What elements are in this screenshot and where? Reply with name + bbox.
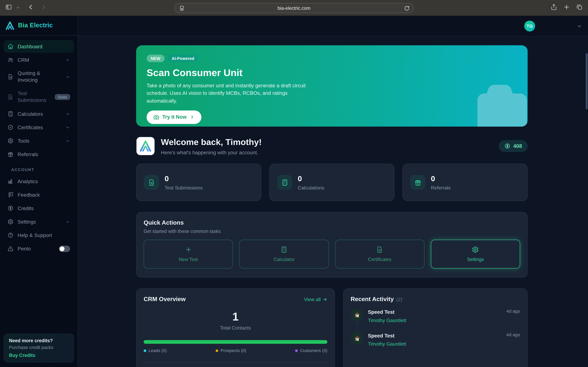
cta-label: Try It Now — [162, 114, 187, 120]
sidebar-item-feedback[interactable]: Feedback — [4, 188, 74, 201]
help-circle-icon — [8, 232, 13, 238]
activity-title: Speed Test — [368, 309, 406, 315]
chevron-down-icon — [65, 138, 70, 143]
sidebar-item-credits[interactable]: Credits — [4, 202, 74, 215]
stat-card-test-submissions: 0 Test Submissions — [136, 164, 261, 201]
share-icon[interactable] — [551, 4, 557, 12]
recent-activity-count: (2) — [397, 297, 402, 302]
stat-label: Test Submissions — [164, 185, 203, 191]
credits-balance-badge[interactable]: 408 — [499, 140, 527, 152]
action-label: Certificates — [368, 257, 391, 262]
sidebar-toggle-icon[interactable] — [5, 4, 12, 12]
users-icon — [8, 57, 13, 63]
sidebar-item-label: Dashboard — [17, 44, 43, 49]
chevron-right-icon — [190, 115, 194, 120]
legend-prospects: Prospects (0) — [216, 348, 246, 353]
action-label: Settings — [467, 257, 484, 262]
calculator-icon — [281, 246, 288, 253]
toolbar-chevron-down-icon[interactable] — [16, 4, 20, 11]
stat-value: 0 — [431, 174, 451, 183]
sidebar-item-help-support[interactable]: Help & Support — [4, 229, 74, 242]
gear-icon — [8, 219, 13, 225]
chevron-down-icon — [65, 125, 70, 130]
sidebar-item-label: Analytics — [17, 178, 38, 184]
page-preview-icon[interactable] — [179, 5, 185, 12]
crm-overview-card: CRM Overview View all 1 Total Contacts — [136, 288, 335, 367]
sidebar-item-calculators[interactable]: Calculators — [4, 108, 74, 120]
recent-activity-title: Recent Activity — [351, 296, 394, 303]
sidebar-item-label: Test Submissions — [17, 90, 48, 104]
company-logo-icon — [139, 140, 152, 152]
pento-toggle[interactable] — [59, 245, 70, 252]
sidebar-item-test-submissions[interactable]: Test Submissions Soon — [4, 87, 74, 107]
calculator-icon — [277, 175, 292, 190]
credits-upsell-title: Need more credits? — [9, 338, 69, 343]
main-header: TG — [78, 16, 588, 36]
crm-overview-title: CRM Overview — [144, 296, 186, 303]
buy-credits-link[interactable]: Buy Credits — [9, 353, 69, 358]
sidebar-item-label: Feedback — [17, 192, 40, 198]
sidebar-item-tools[interactable]: Tools — [4, 134, 74, 147]
tabs-icon[interactable] — [576, 4, 583, 12]
sidebar-item-label: Calculators — [17, 111, 43, 117]
sidebar-item-crm[interactable]: CRM — [4, 53, 74, 66]
activity-item: Speed Test Timothy Gauntlett 4d ago — [351, 309, 520, 323]
calculator-button[interactable]: Calculator — [239, 240, 329, 268]
address-bar[interactable]: bia-electric.com — [174, 3, 414, 13]
prospects-dot — [216, 349, 218, 352]
file-text-icon — [8, 94, 13, 100]
quick-actions-subtitle: Get started with these common tasks — [144, 229, 520, 234]
ai-powered-badge: AI-Powered — [167, 55, 199, 62]
gear-icon — [472, 246, 479, 253]
sidebar-item-label: Settings — [17, 219, 36, 225]
stat-label: Referrals — [431, 185, 451, 191]
legend-label: Leads (0) — [148, 348, 167, 353]
new-tab-icon[interactable] — [563, 4, 570, 12]
header-chevron-down-icon[interactable] — [577, 24, 582, 29]
gift-icon — [8, 151, 13, 157]
activity-contact-link[interactable]: Timothy Gauntlett — [368, 318, 406, 323]
stat-card-calculations: 0 Calculations — [269, 164, 394, 201]
sidebar-item-certificates[interactable]: Certificates — [4, 121, 74, 134]
plus-icon — [185, 246, 192, 253]
avatar[interactable]: TG — [524, 21, 535, 32]
activity-contact-link[interactable]: Timothy Gauntlett — [368, 341, 406, 347]
customers-dot — [295, 349, 298, 352]
legend-label: Prospects (0) — [221, 348, 246, 353]
back-icon[interactable] — [27, 4, 34, 12]
dollar-circle-icon — [504, 143, 510, 149]
arrow-right-icon — [322, 297, 327, 302]
sidebar-item-label: Credits — [17, 205, 34, 211]
legend-label: Customers (0) — [300, 348, 327, 353]
sidebar-item-referrals[interactable]: Referrals — [4, 148, 74, 161]
total-contacts-value: 1 — [144, 310, 327, 323]
activity-time: 4d ago — [506, 332, 520, 347]
brand-name: Bia Electric — [18, 22, 53, 29]
banner-title: Scan Consumer Unit — [147, 67, 517, 79]
view-all-link[interactable]: View all — [304, 297, 327, 302]
settings-button[interactable]: Settings — [431, 240, 520, 268]
file-text-icon — [144, 175, 159, 190]
forward-icon[interactable] — [40, 4, 47, 12]
contacts-progress-bar — [144, 340, 327, 344]
action-label: Calculator — [274, 257, 295, 262]
certificates-button[interactable]: Certificates — [335, 240, 424, 268]
sidebar-item-quoting-invoicing[interactable]: Quoting & Invoicing — [4, 67, 74, 86]
sidebar-item-pento[interactable]: Pento — [4, 242, 74, 255]
warning-triangle-icon — [8, 246, 13, 252]
sidebar-item-label: Pento — [17, 246, 31, 251]
sidebar-item-analytics[interactable]: Analytics — [4, 175, 74, 188]
stat-card-referrals: 0 Referrals — [402, 164, 528, 201]
legend-leads: Leads (0) — [144, 348, 167, 353]
reload-icon[interactable] — [404, 5, 410, 11]
gear-icon — [8, 138, 13, 144]
sidebar-item-settings[interactable]: Settings — [4, 215, 74, 228]
try-it-now-button[interactable]: Try It Now — [147, 110, 201, 124]
scrollbar-thumb[interactable] — [586, 53, 588, 109]
new-test-button[interactable]: New Test — [144, 240, 233, 268]
sidebar-item-label: CRM — [17, 57, 29, 63]
file-text-icon — [8, 74, 13, 80]
sidebar-item-dashboard[interactable]: Dashboard — [4, 40, 74, 53]
stat-value: 0 — [164, 174, 203, 183]
sidebar-item-label: Tools — [17, 138, 29, 144]
